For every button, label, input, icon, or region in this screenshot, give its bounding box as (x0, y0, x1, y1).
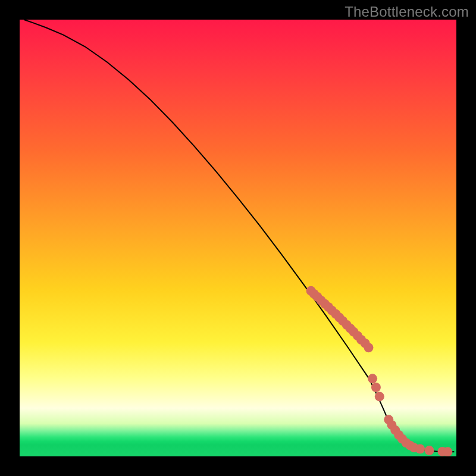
chart-svg (20, 20, 456, 456)
highlight-dot (368, 374, 377, 383)
plot-area (20, 20, 456, 456)
highlight-dot (424, 446, 434, 455)
highlight-dot (375, 392, 384, 401)
bottleneck-curve (24, 20, 454, 452)
chart-stage: TheBottleneck.com (0, 0, 476, 476)
highlight-dot (371, 383, 381, 392)
highlight-dot (364, 343, 373, 352)
watermark-text: TheBottleneck.com (345, 4, 469, 20)
highlight-dot (443, 447, 452, 456)
highlight-dots-group (306, 286, 453, 456)
highlight-dot (415, 444, 425, 454)
